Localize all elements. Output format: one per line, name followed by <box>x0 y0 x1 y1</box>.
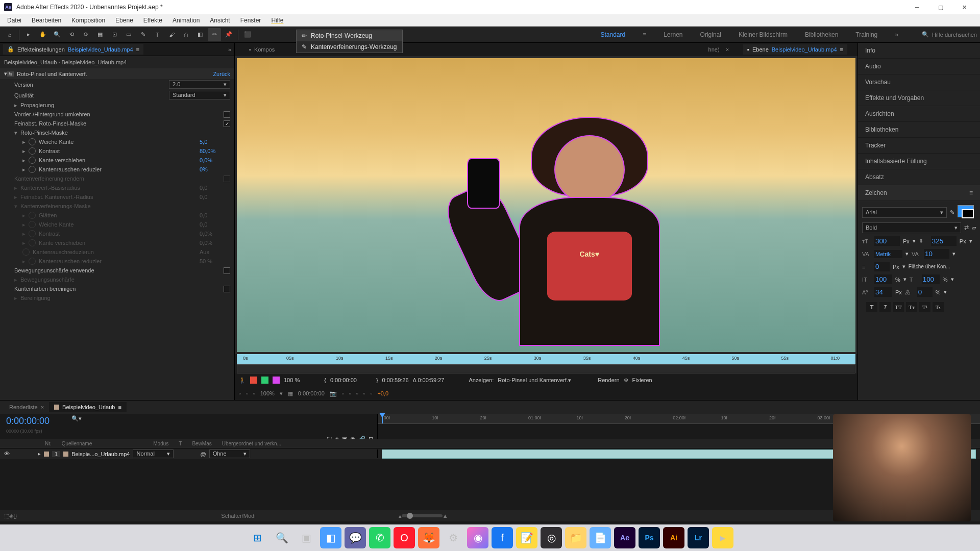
font-size-input[interactable] <box>874 236 900 246</box>
tsume-input[interactable] <box>917 287 933 297</box>
playhead[interactable] <box>382 414 383 423</box>
notepad[interactable]: 📄 <box>590 527 611 548</box>
opacity-value[interactable]: 100 % <box>284 377 300 383</box>
stopwatch-icon[interactable] <box>29 147 36 155</box>
refine-edge-tool-item[interactable]: ✎ Kantenverfeinerungs-Werkzeug <box>297 41 402 53</box>
icon-b[interactable]: ▫ <box>349 390 351 396</box>
no-color-icon[interactable]: ▱ <box>972 224 976 231</box>
orbit-tool[interactable]: ⟲ <box>65 28 78 41</box>
stopwatch-icon[interactable] <box>29 157 36 164</box>
col-mode[interactable]: Modus <box>153 441 168 446</box>
timeline-zoom-slider[interactable] <box>402 514 443 517</box>
rect-tool[interactable]: ▭ <box>122 28 135 41</box>
workspace-kleiner[interactable]: Kleiner Bildschirm <box>734 29 792 40</box>
maximize-button[interactable]: ▢ <box>929 0 952 14</box>
channel-icon[interactable]: ▫ <box>246 390 248 396</box>
panel-content-aware[interactable]: Inhaltsbasierte Füllung <box>858 154 980 169</box>
current-timecode[interactable]: 0:00:00:00 <box>0 414 377 429</box>
smallcaps-button[interactable]: Tт <box>906 302 917 312</box>
outline-swatch[interactable] <box>273 377 280 384</box>
faux-italic-button[interactable]: T <box>879 302 891 312</box>
subscript-button[interactable]: T₁ <box>933 302 944 312</box>
freeze-icon[interactable]: ❄ <box>624 377 628 384</box>
snapshot-icon[interactable]: 📷 <box>330 390 337 397</box>
comp-none-tab[interactable]: hne)× <box>704 44 733 55</box>
visibility-toggle[interactable]: 👁 <box>4 450 11 458</box>
parent-dropdown[interactable]: Ohne▾ <box>209 449 250 458</box>
layer-viewer-tab[interactable]: ▪ Ebene Beispielvideo_Urlaub.mp4 ≡ <box>743 44 847 55</box>
rotate-tool[interactable]: ⟳ <box>79 28 92 41</box>
parent-pickwhip[interactable]: @ <box>200 451 206 457</box>
prop-quality-dropdown[interactable]: Standard▾ <box>169 91 230 99</box>
opera[interactable]: O <box>394 527 415 548</box>
blend-mode-dropdown[interactable]: Normal▾ <box>133 449 174 458</box>
prop-mask-header[interactable]: Roto-Pinsel-Maske <box>20 130 230 136</box>
panel-overflow[interactable]: » <box>228 46 231 53</box>
pen-tool[interactable]: ✎ <box>136 28 150 41</box>
fix-label[interactable]: Fixieren <box>632 377 652 383</box>
grid-icon[interactable]: ▦ <box>288 390 293 397</box>
icon-a[interactable]: ▫ <box>342 390 344 396</box>
hscale-input[interactable] <box>922 274 940 284</box>
comp-timeline-tab[interactable]: Beispielvideo_Urlaub≡ <box>49 402 127 412</box>
menu-hilfe[interactable]: Hilfe <box>266 15 288 26</box>
photoshop[interactable]: Ps <box>639 527 660 548</box>
roto-scrub-bar[interactable] <box>237 364 855 373</box>
footer-time[interactable]: 0:00:00:00 <box>298 390 325 396</box>
panel-audio[interactable]: Audio <box>858 59 980 74</box>
timeline-search[interactable]: 🔍▾ <box>71 415 82 422</box>
menu-animation[interactable]: Animation <box>167 15 205 26</box>
show-dropdown[interactable]: Roto-Pinsel und Kantenverf.▾ <box>498 377 590 384</box>
zoom-out-icon[interactable]: ▴ <box>399 513 402 519</box>
roto-brush-tool[interactable]: ✏ <box>208 28 221 41</box>
font-weight-dropdown[interactable]: Bold▾ <box>862 222 961 233</box>
effect-header[interactable]: ▾ fx Roto-Pinsel und Kantenverf. Zurück <box>0 68 234 79</box>
col-nr[interactable]: Nr. <box>45 441 52 446</box>
prop-version-dropdown[interactable]: 2.0▾ <box>169 80 230 89</box>
workspace-lernen[interactable]: Lernen <box>659 29 687 40</box>
allcaps-button[interactable]: TT <box>893 302 904 312</box>
workspace-overflow[interactable]: » <box>891 29 902 40</box>
effect-reset-link[interactable]: Zurück <box>213 71 230 77</box>
comp-viewer-tab[interactable]: ▪ Kompos <box>245 44 279 55</box>
workspace-bibliotheken[interactable]: Bibliotheken <box>801 29 842 40</box>
roto-brush-tool-item[interactable]: ✏ Roto-Pinsel-Werkzeug <box>297 30 402 41</box>
firefox[interactable]: 🦊 <box>418 527 439 548</box>
app-unknown-1[interactable]: ⚙ <box>443 527 464 548</box>
eraser-tool[interactable]: ◧ <box>193 28 207 41</box>
col-parent[interactable]: Übergeordnet und verkn... <box>222 441 281 446</box>
icon-c[interactable]: ▫ <box>356 390 358 396</box>
panel-effekte[interactable]: Effekte und Vorgaben <box>858 90 980 106</box>
bg-swatch[interactable] <box>261 377 268 384</box>
swap-colors-icon[interactable]: ⇄ <box>964 224 969 231</box>
hand-tool[interactable]: ✋ <box>36 28 50 41</box>
menu-ebene[interactable]: Ebene <box>110 15 138 26</box>
exposure-value[interactable]: +0,0 <box>377 390 388 396</box>
time-in[interactable]: 0:00:00:00 <box>330 377 357 383</box>
text-tool[interactable]: T <box>151 28 164 41</box>
zoom-tool[interactable]: 🔍 <box>51 28 64 41</box>
panel-ausrichten[interactable]: Ausrichten <box>858 106 980 122</box>
kerning-dropdown[interactable]: Metrik <box>874 250 902 258</box>
panel-info[interactable]: Info <box>858 43 980 59</box>
tool-options[interactable]: ⬛ <box>241 28 254 41</box>
tl-footer-icon-2[interactable]: ◈ <box>9 513 13 519</box>
tracking-input[interactable] <box>924 249 949 259</box>
illustrator[interactable]: Ai <box>663 527 684 548</box>
task-view[interactable]: ▣ <box>296 527 317 548</box>
panel-bibliotheken[interactable]: Bibliotheken <box>858 122 980 138</box>
home-tool[interactable]: ⌂ <box>3 28 16 41</box>
menu-bearbeiten[interactable]: Bearbeiten <box>27 15 66 26</box>
twirl-icon[interactable]: ▸ <box>38 450 41 457</box>
panel-zeichen[interactable]: Zeichen≡ <box>858 185 980 201</box>
prop-propagation[interactable]: Propagierung <box>20 102 230 108</box>
col-bewmas[interactable]: BewMas <box>192 441 211 446</box>
puppet-tool[interactable]: 📌 <box>222 28 235 41</box>
app-unknown-2[interactable]: ▸ <box>712 527 733 548</box>
messenger[interactable]: ◉ <box>467 527 488 548</box>
clone-tool[interactable]: ⎙ <box>179 28 192 41</box>
col-t[interactable]: T <box>179 441 182 446</box>
widgets[interactable]: ◧ <box>320 527 341 548</box>
menu-ansicht[interactable]: Ansicht <box>205 15 235 26</box>
baseline-input[interactable] <box>874 287 892 297</box>
